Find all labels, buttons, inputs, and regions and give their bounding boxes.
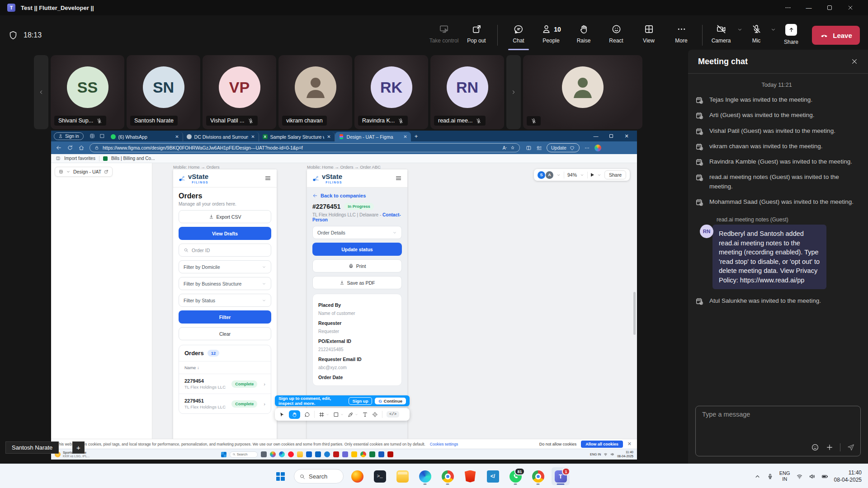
tray-chevron-icon[interactable] [754, 473, 761, 480]
window-more-icon[interactable] [778, 0, 798, 15]
chrome-icon[interactable] [439, 467, 457, 485]
chat-message-list[interactable]: Today 11:21 Tejas Ingle was invited to t… [688, 74, 868, 406]
canvas-scrollbar[interactable] [633, 292, 636, 335]
store-icon[interactable] [306, 451, 312, 457]
refresh-icon[interactable] [67, 145, 74, 151]
browser-close-button[interactable]: ✕ [619, 131, 634, 141]
order-row[interactable]: 2279451TL Flex Holdings LLC Complete › [179, 394, 271, 413]
more-button[interactable]: More [665, 20, 698, 50]
pen-tool[interactable] [348, 412, 358, 418]
hamburger-menu-icon[interactable] [395, 175, 402, 182]
save-as-pdf-button[interactable]: Save as PDF [312, 276, 402, 289]
print-button[interactable]: Print [312, 259, 402, 272]
banner-google-continue-button[interactable]: GContinue [375, 398, 406, 404]
search-pill[interactable]: Search [230, 451, 258, 458]
browser-restore-button[interactable] [604, 131, 619, 141]
outlook-icon[interactable] [315, 451, 321, 457]
frame-label[interactable]: Mobile: Home → Orders → Order ABC [307, 164, 381, 169]
file-explorer-icon[interactable] [393, 467, 411, 485]
export-csv-button[interactable]: Export CSV [179, 210, 271, 223]
participant-tile[interactable]: SN Santosh Narate [127, 55, 200, 129]
participant-tile[interactable]: SS Shivani Sup... [51, 55, 124, 129]
favorite-item-bills[interactable]: Bills | Billing and Co... [111, 156, 155, 161]
acrobat-icon[interactable] [387, 451, 393, 457]
browser-menu-dots-icon[interactable] [584, 145, 590, 151]
import-favorites-button[interactable]: Import favorites [64, 156, 95, 161]
brave-icon[interactable] [461, 467, 479, 485]
mic-options-chevron[interactable] [769, 20, 778, 38]
excel-icon[interactable] [369, 451, 375, 457]
chrome-icon[interactable] [360, 451, 366, 457]
filter-button[interactable]: Filter [179, 310, 271, 324]
tab-actions-icon[interactable] [97, 133, 107, 139]
chat-button[interactable]: Chat [502, 20, 535, 50]
scroll-left-button[interactable] [34, 55, 48, 129]
wifi-icon[interactable] [796, 473, 803, 480]
deny-cookies-button[interactable]: Do not allow cookies [539, 442, 577, 446]
browser-sign-in-button[interactable]: Sign in [54, 132, 84, 140]
home-icon[interactable] [78, 145, 85, 151]
order-details-select[interactable]: Order Details [312, 226, 402, 239]
edge-icon[interactable] [416, 467, 434, 485]
collaborator-avatar[interactable]: A [546, 171, 553, 179]
design-frame-orders[interactable]: vStateFILINGS Orders Manage all your ord… [173, 169, 277, 439]
allow-cookies-button[interactable]: Allow all cookies [581, 441, 623, 448]
teams-icon[interactable]: T1 [552, 467, 570, 485]
attach-plus-icon[interactable] [826, 443, 834, 451]
filter-business-structure-select[interactable]: Filter by Business Structure [179, 277, 271, 290]
edge-icon[interactable] [279, 451, 285, 457]
shape-tool[interactable] [333, 412, 344, 418]
shared-clock[interactable]: 11:4008-04-2025 [617, 450, 633, 459]
send-icon[interactable] [847, 443, 855, 451]
cookie-settings-link[interactable]: Cookies settings [430, 442, 458, 446]
order-row[interactable]: 2279454TL Flex Holdings LLC Complete › [179, 374, 271, 394]
frame-tool[interactable] [319, 412, 329, 418]
start-icon[interactable] [221, 452, 226, 457]
clear-button[interactable]: Clear [179, 327, 271, 340]
weather-widget[interactable]: Sports headlineKKR vs LSG, IPL... [55, 450, 123, 458]
app-icon[interactable] [351, 451, 357, 457]
tab-close-icon[interactable]: ✕ [175, 134, 179, 139]
back-to-companies-link[interactable]: Back to companies [312, 193, 402, 198]
participant-tile[interactable]: RK Ravindra K... [354, 55, 428, 129]
workspaces-icon[interactable] [87, 133, 97, 139]
react-button[interactable]: React [600, 20, 632, 50]
chevron-down-icon[interactable] [597, 173, 601, 177]
people-button[interactable]: 10 People [535, 20, 567, 50]
camera-button[interactable]: Camera [707, 20, 735, 50]
tab-close-icon[interactable]: ✕ [327, 134, 330, 139]
chevron-down-icon[interactable] [557, 173, 561, 177]
app-icon[interactable] [324, 451, 330, 457]
start-button[interactable] [271, 467, 289, 485]
order-id-search-input[interactable]: Order ID [179, 244, 271, 257]
chrome-profile-icon[interactable] [529, 467, 547, 485]
tray-mic-icon[interactable] [767, 473, 774, 480]
browser-tab-dc-divisions[interactable]: DC Divisions and Surroundings ✕ [183, 132, 259, 141]
language-indicator[interactable]: ENGIN [779, 470, 790, 482]
raise-hand-button[interactable]: Raise [567, 20, 600, 50]
window-maximize-button[interactable] [819, 0, 840, 15]
browser-minimize-button[interactable]: — [588, 131, 604, 141]
mic-button[interactable]: Mic [744, 20, 769, 50]
chevron-down-icon[interactable] [580, 173, 584, 177]
battery-icon[interactable] [821, 473, 828, 480]
participant-tile-self[interactable] [523, 55, 642, 129]
word-icon[interactable] [378, 451, 384, 457]
mcafee-icon[interactable] [333, 451, 339, 457]
banner-sign-up-button[interactable]: Sign up [349, 397, 373, 405]
address-bar[interactable]: https://www.figma.com/design/9BKQ0FOHRWa… [90, 143, 520, 152]
browser-update-button[interactable]: Update [547, 143, 580, 152]
browser-tab-whatsapp[interactable]: (6) WhatsApp ✕ [107, 132, 183, 141]
back-icon[interactable] [56, 145, 63, 151]
cookie-close-icon[interactable]: ✕ [627, 441, 632, 447]
chat-message-input[interactable] [702, 411, 854, 418]
dev-mode-toggle[interactable]: </> [387, 411, 399, 418]
figma-share-button[interactable]: Share [604, 170, 626, 179]
file-explorer-icon[interactable] [297, 451, 303, 457]
emoji-icon[interactable] [811, 443, 819, 451]
taskbar-clock[interactable]: 11:4008-04-2025 [834, 469, 862, 483]
hand-tool[interactable] [289, 410, 300, 419]
favorite-star-icon[interactable] [510, 145, 515, 150]
chat-message[interactable]: RN Redberyl and Santosh added read.ai me… [695, 225, 858, 289]
frame-label[interactable]: Mobile: Home → Orders [173, 164, 219, 169]
